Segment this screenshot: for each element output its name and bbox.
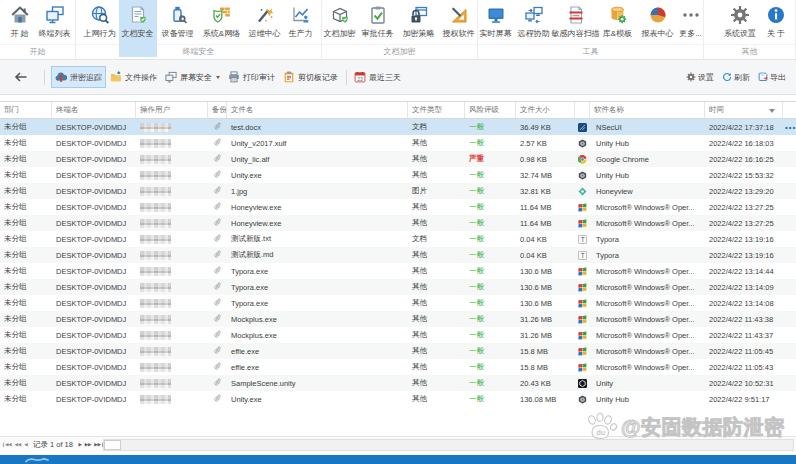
ribbon-button-more[interactable]: 更多...	[678, 0, 704, 57]
toolbar-button-leak-trace[interactable]: 泄密追踪	[51, 66, 106, 88]
toolbar-button-print-audit[interactable]: 打印审计	[224, 66, 279, 88]
column-header-10[interactable]: 时间	[705, 102, 783, 118]
ribbon-button-device-manage[interactable]: 设备管理	[157, 0, 199, 57]
table-row[interactable]: 未分组 DESKTOP-0VIDMDJ Unity_v2017.xulf 其他 …	[0, 135, 796, 151]
column-header-4[interactable]: 文件名	[227, 102, 408, 118]
prev-page-button[interactable]: ◀◀	[15, 442, 22, 447]
table-row[interactable]: 未分组 DESKTOP-0VIDMDJ 测试新版.txt 文档 一般 0.04 …	[0, 231, 796, 247]
paperclip-icon	[214, 250, 222, 260]
table-row[interactable]: 未分组 DESKTOP-0VIDMDJ 1.jpg 图片 一般 32.81 KB…	[0, 183, 796, 199]
first-record-button[interactable]: ❙◀◀	[2, 442, 12, 447]
cell-backup[interactable]	[208, 167, 227, 183]
ribbon-button-doc-security[interactable]: 文档安全	[119, 0, 157, 57]
ribbon-button-live-screen[interactable]: 实时屏幕	[478, 0, 514, 57]
cell-backup[interactable]	[208, 311, 227, 327]
ribbon-button-system-settings[interactable]: 系统设置	[720, 0, 760, 57]
cell-backup[interactable]	[208, 295, 227, 311]
cell-backup[interactable]	[208, 135, 227, 151]
table-row[interactable]: 未分组 DESKTOP-0VIDMDJ test.docx 文档 一般 36.4…	[0, 119, 796, 135]
leak-trace-icon	[55, 71, 67, 83]
table-row[interactable]: 未分组 DESKTOP-0VIDMDJ Honeyview.exe 其他 一般 …	[0, 215, 796, 231]
ribbon-button-system-network[interactable]: 系统&网络	[199, 0, 245, 57]
toolbar-button-screen-security[interactable]: 屏幕安全	[161, 66, 224, 88]
table-row[interactable]: 未分组 DESKTOP-0VIDMDJ Typora.exe 其他 一般 130…	[0, 295, 796, 311]
cell-filler	[783, 391, 796, 407]
table-row[interactable]: 未分组 DESKTOP-0VIDMDJ effie.exe 其他 一般 15.8…	[0, 359, 796, 375]
column-header-7[interactable]: 文件大小	[516, 102, 575, 118]
cell-backup[interactable]	[208, 247, 227, 263]
ribbon-button-home[interactable]: 开 始	[3, 0, 37, 57]
cell-backup[interactable]	[208, 215, 227, 231]
cell-backup[interactable]	[208, 343, 227, 359]
table-row[interactable]: 未分组 DESKTOP-0VIDMDJ Unity.exe 其他 一般 136.…	[0, 391, 796, 407]
toolbar-button-clipboard-record[interactable]: 剪切板记录	[279, 66, 342, 88]
column-header-0[interactable]: 部门	[0, 102, 52, 118]
ribbon-button-web-behavior[interactable]: 上网行为	[81, 0, 119, 57]
column-header-2[interactable]: 操作用户	[136, 102, 208, 118]
ribbon-button-sensitive-scan[interactable]: 敏感内容扫描	[554, 0, 598, 57]
cell-app-icon: T	[575, 247, 590, 263]
cell-backup[interactable]	[208, 327, 227, 343]
ribbon-button-library-template[interactable]: 库&模板	[598, 0, 638, 57]
clipboard-record-icon	[283, 71, 295, 83]
ribbon-button-report-center[interactable]: 报表中心	[638, 0, 678, 57]
ribbon-button-remote-assist[interactable]: 远程协助	[514, 0, 554, 57]
toolbar-action-refresh[interactable]: 刷新	[720, 66, 752, 88]
table-row[interactable]: 未分组 DESKTOP-0VIDMDJ SampleScene.unity 其他…	[0, 375, 796, 391]
toolbar-action-gear[interactable]: 设置	[684, 66, 716, 88]
column-header-9[interactable]: 软件名称	[590, 102, 705, 118]
toolbar-action-export[interactable]: 导出	[756, 66, 788, 88]
horizontal-scrollbar-thumb[interactable]	[104, 440, 121, 450]
record-count-label: 记录 1 of 18	[33, 440, 73, 450]
cell-backup[interactable]	[208, 183, 227, 199]
toolbar-button-calendar[interactable]: 23 最近三天	[350, 66, 405, 88]
table-row[interactable]: 未分组 DESKTOP-0VIDMDJ Typora.exe 其他 一般 130…	[0, 263, 796, 279]
ribbon-button-label: 关 于	[767, 28, 785, 39]
column-header-8[interactable]	[575, 102, 590, 118]
windows-icon	[578, 299, 587, 308]
table-row[interactable]: 未分组 DESKTOP-0VIDMDJ effie.exe 其他 一般 15.8…	[0, 343, 796, 359]
table-row[interactable]: 未分组 DESKTOP-0VIDMDJ Typora.exe 其他 一般 130…	[0, 279, 796, 295]
status-bar	[0, 455, 796, 464]
cell-backup[interactable]	[208, 391, 227, 407]
toolbar-button-file-operation[interactable]: 文件操作	[106, 66, 161, 88]
cell-backup[interactable]	[208, 119, 227, 135]
cell-backup[interactable]	[208, 199, 227, 215]
ribbon-group-4: 实时屏幕 远程协助 敏感内容扫描 库&模板 报表中心 更多... 工具	[478, 0, 704, 59]
column-header-6[interactable]: 风险评级	[465, 102, 516, 118]
ribbon-button-doc-encrypt[interactable]: 文档加密	[322, 0, 358, 57]
column-header-5[interactable]: 文件类型	[408, 102, 465, 118]
cell-backup[interactable]	[208, 375, 227, 391]
next-page-button[interactable]: ▶▶	[85, 442, 92, 447]
cell-backup[interactable]	[208, 151, 227, 167]
ribbon-button-terminal-list[interactable]: 终端列表	[37, 0, 73, 57]
cell-terminal: DESKTOP-0VIDMDJ	[52, 327, 136, 343]
table-row[interactable]: 未分组 DESKTOP-0VIDMDJ Unity_lic.alf 其他 严重 …	[0, 151, 796, 167]
column-header-3[interactable]: 备份	[208, 102, 227, 118]
cell-app-icon	[575, 215, 590, 231]
ribbon-button-authorized-software[interactable]: 授权软件	[440, 0, 478, 57]
cell-app-icon	[575, 311, 590, 327]
cell-backup[interactable]	[208, 263, 227, 279]
cell-backup[interactable]	[208, 279, 227, 295]
table-row[interactable]: 未分组 DESKTOP-0VIDMDJ Unity.exe 其他 一般 32.7…	[0, 167, 796, 183]
column-header-1[interactable]: 终端名	[52, 102, 136, 118]
table-row[interactable]: 未分组 DESKTOP-0VIDMDJ Honeyview.exe 其他 一般 …	[0, 199, 796, 215]
cell-backup[interactable]	[208, 359, 227, 375]
back-button[interactable]	[14, 71, 28, 83]
ribbon-button-encrypt-policy[interactable]: 加密策略	[398, 0, 440, 57]
ribbon-button-approval-task[interactable]: 审批任务	[358, 0, 398, 57]
ribbon-button-about[interactable]: 关 于	[760, 0, 792, 57]
prev-record-button[interactable]: ◀	[24, 442, 27, 447]
cell-filesize: 15.8 MB	[516, 359, 575, 375]
cell-backup[interactable]	[208, 231, 227, 247]
next-record-button[interactable]: ▶	[78, 442, 81, 447]
ribbon-button-ops-center[interactable]: 运维中心	[245, 0, 285, 57]
table-row[interactable]: 未分组 DESKTOP-0VIDMDJ Mockplus.exe 其他 一般 3…	[0, 327, 796, 343]
table-row[interactable]: 未分组 DESKTOP-0VIDMDJ 测试新版.md 其他 一般 0.04 K…	[0, 247, 796, 263]
sensitive-scan-icon	[566, 5, 586, 25]
secondary-toolbar: 泄密追踪 文件操作 屏幕安全 打印审计 剪切板记录 23 最近三天 设置 刷新 …	[0, 60, 796, 95]
row-more-button[interactable]: •••	[785, 123, 796, 132]
table-row[interactable]: 未分组 DESKTOP-0VIDMDJ Mockplus.exe 其他 一般 3…	[0, 311, 796, 327]
ribbon-button-productivity[interactable]: 生产力	[285, 0, 317, 57]
